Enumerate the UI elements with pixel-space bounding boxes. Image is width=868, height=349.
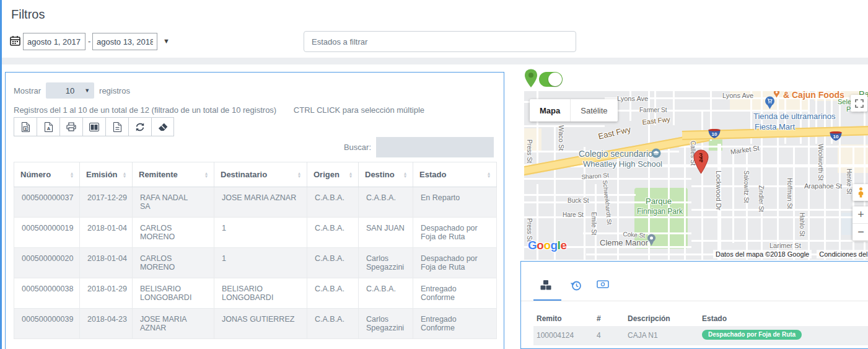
- col-destinatario[interactable]: Destinatario▴▾: [214, 162, 307, 187]
- pdf-export-button[interactable]: A: [37, 117, 59, 136]
- search-input[interactable]: [376, 137, 494, 157]
- col-destino[interactable]: Destino▴▾: [359, 162, 413, 187]
- tab-packages[interactable]: [533, 280, 558, 299]
- records-info-text: Registros del 1 al 10 de un total de 12 …: [14, 105, 276, 115]
- sort-icon: ▴▾: [404, 172, 406, 178]
- map-label: Hoffman St: [786, 178, 793, 209]
- detail-col-qty: #: [597, 314, 601, 323]
- pegman-control[interactable]: [853, 184, 868, 201]
- detail-desc: CAJA N1: [628, 331, 658, 340]
- attribution-terms-link[interactable]: Condiciones del servicio: [817, 250, 868, 258]
- interstate-10-shield: 10: [829, 130, 843, 144]
- export-toolbar: x A: [14, 117, 174, 136]
- sort-icon: ▴▾: [488, 172, 490, 178]
- detail-col-remito: Remito: [537, 314, 562, 323]
- restaurant-poi-icon[interactable]: [773, 91, 780, 100]
- date-range-separator: -: [88, 37, 90, 46]
- table-row[interactable]: 0005000000192018-01-04CARLOS MORENO1C.A.…: [14, 218, 497, 248]
- zoom-in-button[interactable]: +: [853, 206, 868, 224]
- map-label: Colegio secundario: [579, 149, 653, 159]
- page-title: Filtros: [11, 7, 45, 22]
- col-emision[interactable]: Emisión▴▾: [80, 162, 133, 187]
- map-label: Zindler St: [758, 185, 765, 212]
- estados-filter-input[interactable]: [304, 31, 576, 52]
- tab-payments[interactable]: [590, 280, 615, 299]
- svg-text:x: x: [24, 126, 27, 130]
- table-header-row: Número▴▾ Emisión▴▾ Remitente▴▾ Destinata…: [14, 162, 497, 187]
- map-label: Sakowitz St: [743, 170, 750, 203]
- svg-text:A: A: [46, 126, 50, 131]
- map-markers-toggle[interactable]: [539, 72, 563, 87]
- interstate-10-shield: 10: [708, 127, 721, 141]
- svg-text:10: 10: [712, 131, 717, 137]
- map-label: Larimer St: [769, 242, 801, 249]
- filters-section: Filtros - ▼: [2, 0, 868, 58]
- col-estado[interactable]: Estado▴▾: [413, 162, 497, 187]
- columns-button[interactable]: [82, 117, 105, 136]
- refresh-button[interactable]: [128, 117, 151, 136]
- map-label: Lockwood Dr: [715, 170, 722, 210]
- school-poi-icon[interactable]: [651, 148, 661, 161]
- cleme-manor-pin[interactable]: [647, 234, 656, 249]
- detail-col-descripcion: Descripción: [628, 314, 670, 323]
- ctrl-click-hint: CTRL CLICK para selección múltiple: [294, 105, 424, 115]
- page: Filtros - ▼ Mostrar 10 ▼ registros Regis…: [0, 0, 868, 349]
- page-size-row: Mostrar 10 ▼ registros: [14, 82, 130, 99]
- date-from-input[interactable]: [23, 33, 85, 50]
- date-range-caret[interactable]: ▼: [160, 36, 172, 46]
- clear-filters-button[interactable]: [151, 117, 174, 136]
- zoom-out-button[interactable]: −: [853, 224, 868, 241]
- map-label: Emile St: [590, 212, 597, 235]
- map-label: Fiesta Mart: [755, 122, 795, 131]
- map-label: Tienda de ultramarinos: [753, 112, 835, 121]
- detail-panel: Remito # Descripción Estado 100004124 4 …: [520, 261, 868, 349]
- map-attribution: Datos del mapa ©2018 Google Condiciones …: [713, 250, 868, 258]
- red-cluster-marker[interactable]: 34: [693, 149, 709, 177]
- map-label: Parque: [646, 197, 672, 206]
- print-button[interactable]: [59, 117, 82, 136]
- registros-label: registros: [99, 86, 130, 95]
- excel-export-button[interactable]: x: [14, 117, 37, 136]
- table-row[interactable]: 0005000000372017-12-29RAFA NADAL SAJOSE …: [14, 187, 497, 218]
- map-label: Press St: [526, 139, 533, 163]
- date-to-input[interactable]: [92, 33, 157, 50]
- table-row[interactable]: 0005000000382018-01-29BELISARIO LONGOBAR…: [14, 278, 497, 309]
- google-map[interactable]: Lyons AveLyons AveFarmer StEast FwyEast …: [524, 91, 868, 260]
- attribution-data: Datos del mapa ©2018 Google: [713, 250, 812, 258]
- map-label: & Cajun Foods: [783, 91, 844, 100]
- tab-history[interactable]: [563, 280, 588, 299]
- copy-button[interactable]: [105, 117, 128, 136]
- map-label: Waco St: [558, 125, 565, 151]
- status-badge: Despachado por Foja de Ruta: [702, 330, 802, 340]
- sort-icon: ▴▾: [205, 172, 208, 178]
- map-label: Wheatley High School: [583, 159, 662, 169]
- mostrar-label: Mostrar: [14, 86, 41, 95]
- detail-row[interactable]: 100004124 4 CAJA N1 Despachado por Foja …: [533, 326, 868, 345]
- maptype-control: Mapa Satélite: [530, 99, 618, 121]
- green-pin-icon[interactable]: [524, 69, 538, 91]
- google-logo[interactable]: Google: [528, 239, 566, 252]
- col-origen[interactable]: Origen▴▾: [307, 162, 359, 187]
- maptype-satellite-button[interactable]: Satélite: [570, 99, 617, 121]
- map-label: Lyons Ave: [722, 92, 753, 99]
- maptype-map-button[interactable]: Mapa: [530, 99, 570, 121]
- sort-icon: ▴▾: [123, 172, 126, 178]
- detail-qty: 4: [597, 331, 601, 340]
- detail-col-estado: Estado: [702, 314, 727, 323]
- detail-remito: 100004124: [537, 331, 574, 340]
- fullscreen-button[interactable]: [851, 95, 867, 112]
- col-numero[interactable]: Número▴▾: [14, 162, 80, 187]
- map-label: Lyons Ave: [617, 95, 648, 102]
- col-remitente[interactable]: Remitente▴▾: [133, 162, 214, 187]
- tab-divider: [521, 301, 868, 301]
- table-row[interactable]: 0005000000202018-01-04CARLOS MORENO1C.A.…: [14, 248, 497, 278]
- table-row[interactable]: 0005000000392018-04-23JOSE MARIA AZNARJO…: [14, 309, 497, 339]
- records-info: Registros del 1 al 10 de un total de 12 …: [14, 105, 424, 115]
- sort-icon: ▴▾: [298, 172, 300, 178]
- section-divider: [2, 58, 868, 64]
- page-size-select[interactable]: 10 ▼: [46, 82, 94, 99]
- calendar-icon: [10, 35, 20, 46]
- search-row: Buscar:: [344, 137, 494, 157]
- search-label: Buscar:: [344, 143, 371, 152]
- map-label: Woolworth St: [817, 144, 824, 180]
